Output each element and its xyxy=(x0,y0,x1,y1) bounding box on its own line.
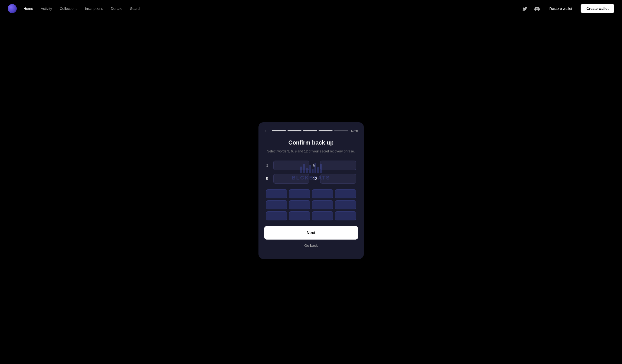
nav-link-inscriptions[interactable]: Inscriptions xyxy=(85,6,103,11)
word-slot-number-3: 3 xyxy=(266,163,271,168)
word-choice-grid xyxy=(266,189,356,220)
word-choice-10[interactable] xyxy=(289,211,310,220)
word-slot-9: 9 xyxy=(266,174,309,184)
card-header: ← Next xyxy=(258,122,364,137)
twitter-icon[interactable] xyxy=(522,5,529,12)
word-slot-number-6: 6 xyxy=(313,163,318,168)
nav-link-collections[interactable]: Collections xyxy=(60,6,77,11)
word-slot-number-9: 9 xyxy=(266,177,271,181)
progress-bar xyxy=(272,131,348,131)
next-button[interactable]: Next xyxy=(264,226,358,240)
word-slot-box-9[interactable] xyxy=(273,174,309,184)
word-choice-8[interactable] xyxy=(335,200,356,210)
main-content: ← Next Confirm back up Select words 3, 6… xyxy=(0,17,622,364)
word-choice-11[interactable] xyxy=(312,211,333,220)
word-slot-number-12: 12 xyxy=(313,177,318,181)
modal-card: ← Next Confirm back up Select words 3, 6… xyxy=(258,122,364,259)
nav-link-home[interactable]: Home xyxy=(23,6,33,11)
word-choice-12[interactable] xyxy=(335,211,356,220)
nav-link-search[interactable]: Search xyxy=(130,6,141,11)
go-back-button[interactable]: Go back xyxy=(258,240,364,251)
word-slot-3: 3 xyxy=(266,161,309,170)
word-slot-6: 6 xyxy=(313,161,356,170)
nav-link-activity[interactable]: Activity xyxy=(41,6,52,11)
progress-segment-4 xyxy=(319,131,333,131)
back-arrow-icon[interactable]: ← xyxy=(264,128,269,134)
navbar: HomeActivityCollectionsInscriptionsDonat… xyxy=(0,0,622,17)
progress-segment-2 xyxy=(287,131,302,131)
progress-segment-3 xyxy=(303,131,317,131)
word-slot-box-3[interactable] xyxy=(273,161,309,170)
card-subtitle: Select words 3, 6, 9 and 12 of your secr… xyxy=(266,149,356,154)
word-choice-5[interactable] xyxy=(266,200,287,210)
progress-next-label[interactable]: Next xyxy=(351,129,358,133)
word-choice-2[interactable] xyxy=(289,189,310,198)
progress-segment-5 xyxy=(334,131,348,131)
progress-segment-1 xyxy=(272,131,286,131)
card-title: Confirm back up xyxy=(266,139,356,146)
nav-right: Restore wallet Create wallet xyxy=(522,4,614,13)
nav-logo xyxy=(8,4,17,13)
word-slot-box-12[interactable] xyxy=(320,174,356,184)
word-choice-7[interactable] xyxy=(312,200,333,210)
word-choice-3[interactable] xyxy=(312,189,333,198)
word-slots-container: 3 6 9 12 xyxy=(266,161,356,184)
word-slot-12: 12 xyxy=(313,174,356,184)
nav-links: HomeActivityCollectionsInscriptionsDonat… xyxy=(23,6,522,11)
word-choice-6[interactable] xyxy=(289,200,310,210)
restore-wallet-button[interactable]: Restore wallet xyxy=(545,4,576,12)
word-choice-1[interactable] xyxy=(266,189,287,198)
card-body: Confirm back up Select words 3, 6, 9 and… xyxy=(258,137,364,220)
word-slot-box-6[interactable] xyxy=(320,161,356,170)
create-wallet-button[interactable]: Create wallet xyxy=(581,4,614,13)
nav-link-donate[interactable]: Donate xyxy=(111,6,122,11)
discord-icon[interactable] xyxy=(533,5,541,12)
word-choice-4[interactable] xyxy=(335,189,356,198)
word-choice-9[interactable] xyxy=(266,211,287,220)
